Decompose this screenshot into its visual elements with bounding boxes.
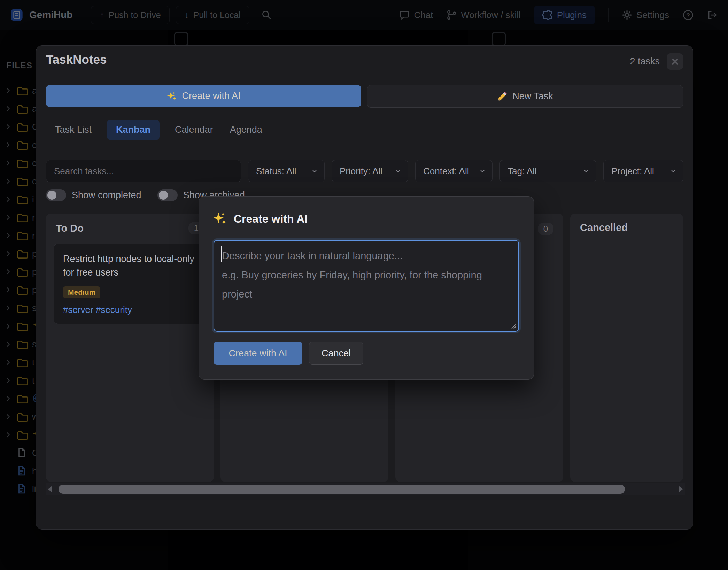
task-title: Restrict http nodes to local-only for fr… (63, 252, 197, 279)
ai-prompt-wrapper (214, 240, 519, 332)
chevron-down-icon (311, 168, 318, 175)
column-title: Cancelled (580, 222, 628, 233)
tab-task-list[interactable]: Task List (54, 120, 93, 140)
task-card[interactable]: Restrict http nodes to local-only for fr… (54, 244, 206, 324)
ai-prompt-textarea[interactable] (214, 240, 519, 332)
pencil-icon (497, 91, 508, 102)
scroll-right-arrow-icon[interactable] (679, 486, 683, 492)
tab-agenda[interactable]: Agenda (229, 120, 264, 140)
kanban-column-todo: To Do 1 Restrict http nodes to local-onl… (46, 214, 214, 482)
horizontal-scrollbar[interactable] (46, 483, 685, 495)
status-filter-select[interactable]: Status: All (248, 160, 325, 182)
tag-filter-select[interactable]: Tag: All (499, 160, 596, 182)
show-archived-toggle[interactable] (157, 189, 178, 201)
new-task-button[interactable]: New Task (367, 85, 683, 108)
tab-calendar[interactable]: Calendar (173, 120, 215, 140)
column-title: To Do (56, 223, 84, 234)
toolbar-divider (36, 148, 693, 148)
search-tasks-input[interactable] (46, 160, 241, 182)
dialog-title: Create with AI (212, 211, 308, 226)
chevron-down-icon (670, 168, 677, 175)
view-tabs: Task List Kanban Calendar Agenda (54, 120, 264, 140)
screen: GemiHub ↑ Push to Drive ↓ Pull to Local … (0, 0, 728, 570)
modal-header-right: 2 tasks (630, 53, 683, 70)
task-count: 2 tasks (630, 56, 660, 67)
chevron-down-icon (395, 168, 402, 175)
column-count-badge: 0 (538, 223, 553, 235)
show-completed-toggle-group: Show completed (46, 189, 141, 201)
tab-kanban[interactable]: Kanban (107, 120, 160, 140)
chevron-down-icon (583, 168, 590, 175)
scrollbar-thumb[interactable] (59, 485, 625, 494)
dialog-create-button[interactable]: Create with AI (214, 342, 302, 365)
priority-filter-select[interactable]: Priority: All (332, 160, 408, 182)
toggle-knob (159, 191, 168, 200)
toggle-knob (47, 191, 56, 200)
kanban-column-cancelled: Cancelled (570, 214, 683, 482)
priority-badge: Medium (63, 286, 100, 298)
sparkles-icon (166, 91, 177, 101)
modal-title: TaskNotes (46, 53, 107, 67)
text-cursor (221, 246, 222, 262)
close-button[interactable] (667, 53, 683, 70)
project-filter-select[interactable]: Project: All (603, 160, 683, 182)
filter-row: Status: All Priority: All Context: All T… (46, 160, 683, 182)
sparkles-icon (212, 211, 227, 226)
close-icon (671, 57, 680, 66)
task-tags: #server #security (63, 305, 197, 315)
show-completed-toggle[interactable] (46, 189, 66, 201)
create-with-ai-button[interactable]: Create with AI (46, 85, 361, 107)
dialog-cancel-button[interactable]: Cancel (309, 342, 363, 365)
dialog-buttons: Create with AI Cancel (214, 342, 363, 365)
scroll-left-arrow-icon[interactable] (48, 486, 52, 492)
resize-handle-icon[interactable] (510, 322, 517, 329)
chevron-down-icon (479, 168, 486, 175)
create-ai-dialog: Create with AI Create with AI Cancel (199, 196, 534, 380)
modal-action-row: Create with AI New Task (46, 85, 683, 108)
context-filter-select[interactable]: Context: All (415, 160, 493, 182)
